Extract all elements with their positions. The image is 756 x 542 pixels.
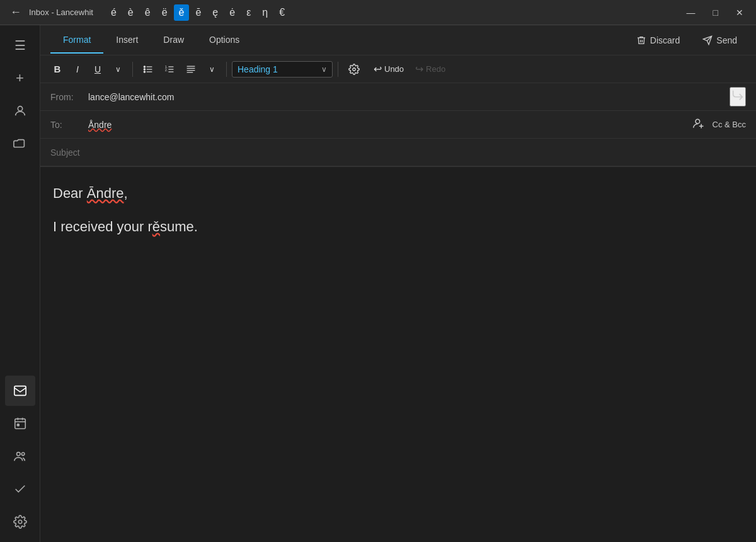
- toolbar-separator-3: [338, 62, 338, 77]
- numbered-list-icon: 1. 2.: [164, 64, 175, 74]
- sidebar-bottom: [5, 376, 35, 537]
- char-e-dot[interactable]: ė: [224, 4, 240, 21]
- svg-rect-1: [14, 386, 25, 396]
- char-e-grave[interactable]: è: [123, 4, 139, 21]
- toolbar-separator-1: [132, 62, 133, 77]
- toolbar-separator-2: [226, 62, 227, 77]
- forward-icon: [731, 88, 745, 102]
- send-icon: [702, 35, 713, 45]
- svg-point-9: [18, 520, 22, 524]
- from-label: From:: [50, 92, 88, 102]
- to-label: To:: [50, 120, 88, 130]
- minimize-button[interactable]: —: [679, 5, 703, 20]
- svg-point-13: [144, 68, 145, 69]
- more-formatting-dropdown[interactable]: ∨: [202, 60, 221, 79]
- sidebar-top: ☰ +: [5, 30, 35, 376]
- char-eta[interactable]: η: [257, 4, 273, 21]
- tab-format[interactable]: Format: [50, 27, 103, 54]
- title-bar: ← Inbox - Lancewhit é è ê ë ě ē ę ė ε η …: [0, 0, 756, 25]
- svg-text:2.: 2.: [165, 68, 168, 72]
- body-line2: I received your rěsume.: [53, 216, 743, 238]
- align-icon: [186, 64, 196, 74]
- menu-tabs: Format Insert Draw Options: [50, 27, 252, 54]
- discard-icon: [636, 35, 646, 45]
- svg-point-12: [144, 66, 145, 67]
- text-format-dropdown[interactable]: ∨: [108, 60, 127, 79]
- italic-button[interactable]: I: [68, 60, 87, 79]
- to-value[interactable]: Åndre: [88, 120, 692, 130]
- sidebar-folder[interactable]: [5, 129, 35, 159]
- svg-point-28: [696, 119, 700, 124]
- send-label: Send: [716, 35, 737, 45]
- tab-insert[interactable]: Insert: [103, 27, 151, 54]
- undo-button[interactable]: ↩ Undo: [369, 61, 409, 78]
- sidebar-settings[interactable]: [5, 507, 35, 537]
- subject-row: [40, 139, 756, 166]
- tab-draw[interactable]: Draw: [151, 27, 197, 54]
- from-row: From: lance@lancewhit.com: [40, 83, 756, 111]
- char-e-acute[interactable]: é: [106, 4, 122, 21]
- forward-button[interactable]: [730, 87, 746, 107]
- gear-button[interactable]: [343, 60, 365, 79]
- title-bar-controls: — □ ✕: [679, 5, 751, 20]
- style-label: Heading 1: [238, 64, 278, 74]
- svg-point-14: [144, 71, 145, 72]
- word-resume: ě: [152, 219, 160, 234]
- subject-input[interactable]: [50, 147, 746, 158]
- char-e-uml[interactable]: ë: [157, 4, 173, 21]
- svg-point-0: [18, 107, 22, 111]
- app-title: Inbox - Lancewhit: [29, 8, 93, 17]
- tab-options[interactable]: Options: [197, 27, 252, 54]
- svg-point-7: [16, 453, 20, 456]
- char-e-ogonek[interactable]: ę: [207, 4, 223, 21]
- person-add-icon: [692, 117, 705, 130]
- sidebar-contacts[interactable]: [5, 441, 35, 471]
- bold-button[interactable]: B: [48, 60, 67, 79]
- sidebar-tasks[interactable]: [5, 474, 35, 504]
- numbered-list-button[interactable]: 1. 2.: [159, 60, 180, 79]
- undo-label: Undo: [384, 64, 404, 74]
- restore-button[interactable]: □: [706, 5, 726, 20]
- send-button[interactable]: Send: [694, 32, 746, 49]
- style-dropdown[interactable]: Heading 1 ∨: [232, 61, 333, 78]
- sidebar: ☰ +: [0, 25, 40, 542]
- sidebar-calendar[interactable]: [5, 408, 35, 439]
- email-body[interactable]: Dear Āndre, I received your rěsume.: [40, 167, 756, 542]
- add-contact-button[interactable]: [692, 117, 705, 132]
- to-row: To: Åndre Cc & Bcc: [40, 111, 756, 139]
- char-e-circ[interactable]: ê: [140, 4, 156, 21]
- redo-button[interactable]: ↪ Redo: [410, 61, 450, 78]
- back-button[interactable]: ←: [5, 3, 26, 21]
- svg-rect-6: [17, 424, 19, 426]
- compose-area: Format Insert Draw Options Discard Send: [40, 25, 756, 542]
- cc-bcc-button[interactable]: Cc & Bcc: [713, 120, 746, 129]
- email-fields: From: lance@lancewhit.com To: Åndre: [40, 83, 756, 167]
- discard-label: Discard: [650, 35, 680, 45]
- redo-arrow-icon: ↪: [415, 63, 423, 75]
- char-euro[interactable]: €: [274, 4, 290, 21]
- close-button[interactable]: ✕: [728, 5, 751, 20]
- align-button[interactable]: [181, 60, 201, 79]
- svg-point-8: [21, 453, 25, 456]
- sidebar-person[interactable]: [5, 96, 35, 126]
- sidebar-menu-toggle[interactable]: ☰: [5, 30, 35, 61]
- char-epsilon[interactable]: ε: [241, 4, 256, 21]
- discard-button[interactable]: Discard: [627, 32, 689, 49]
- format-toolbar: B I U ∨ 1. 2.: [40, 55, 756, 83]
- undo-redo-group: ↩ Undo ↪ Redo: [369, 61, 450, 78]
- bullet-list-button[interactable]: [138, 60, 158, 79]
- menu-bar: Format Insert Draw Options Discard Send: [40, 25, 756, 55]
- svg-rect-2: [14, 419, 25, 429]
- bullet-list-icon: [143, 64, 153, 74]
- sidebar-mail[interactable]: [5, 376, 35, 406]
- underline-button[interactable]: U: [88, 60, 107, 79]
- body-line1: Dear Āndre,: [53, 182, 743, 204]
- svg-point-27: [353, 67, 356, 71]
- sidebar-compose[interactable]: +: [5, 63, 35, 93]
- redo-label: Redo: [426, 64, 445, 74]
- title-bar-left: ← Inbox - Lancewhit é è ê ë ě ē ę ė ε η …: [5, 3, 290, 21]
- char-e-caron[interactable]: ě: [174, 4, 190, 21]
- menu-actions: Discard Send: [627, 32, 746, 49]
- from-value: lance@lancewhit.com: [88, 92, 730, 102]
- char-e-macron[interactable]: ē: [190, 4, 206, 21]
